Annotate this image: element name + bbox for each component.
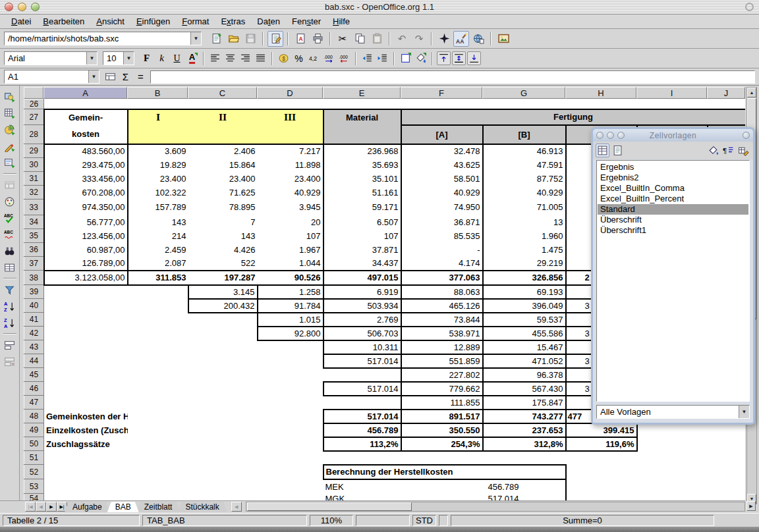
row-header-51[interactable]: 51 (24, 451, 44, 465)
cell-G47[interactable]: 175.847 (483, 396, 566, 410)
row-header-54[interactable]: 54 (24, 494, 44, 501)
font-size-value[interactable]: 10 (103, 53, 123, 63)
cell-B54[interactable] (128, 494, 188, 501)
row-header-28[interactable]: 28 (24, 125, 44, 144)
cell-D54[interactable] (258, 494, 323, 501)
cell-E41[interactable]: 2.769 (323, 313, 401, 327)
cell-D31[interactable]: 23.400 (258, 172, 323, 186)
style-filter-value[interactable]: Alle Vorlagen (597, 407, 739, 417)
cell-G45[interactable]: 96.378 (483, 368, 566, 382)
sheet-tab-stckkalk[interactable]: Stückkalk (177, 502, 227, 512)
cell-G48[interactable]: 743.277 (483, 410, 566, 423)
cell-D35[interactable]: 107 (258, 229, 323, 243)
column-header-I[interactable]: I (636, 87, 707, 99)
cell-H53[interactable] (566, 479, 637, 494)
style-item-standard[interactable]: Standard (598, 204, 748, 215)
cell-C49[interactable] (188, 423, 258, 437)
cell-B35[interactable]: 214 (128, 229, 188, 243)
cell-B42[interactable] (128, 327, 188, 340)
autoformat-icon[interactable] (2, 177, 18, 193)
cell-E52[interactable]: Berechnung der Herstellkosten (323, 465, 566, 479)
cell-F44[interactable]: 551.859 (401, 354, 483, 368)
scroll-tabs-left-button[interactable]: ◀ (231, 502, 242, 512)
cell-C47[interactable] (188, 396, 258, 410)
row-header-47[interactable]: 47 (24, 396, 44, 410)
cell-I51[interactable] (637, 451, 708, 465)
cell-C42[interactable] (188, 327, 258, 340)
cell-C33[interactable]: 78.895 (188, 200, 258, 215)
cell-B52[interactable] (128, 465, 188, 479)
form-controls-icon[interactable] (2, 155, 18, 171)
cell-J50[interactable] (708, 437, 746, 451)
align-right-icon[interactable] (239, 51, 252, 65)
cell-B36[interactable]: 2.459 (128, 243, 188, 257)
cell-E53[interactable]: MEK (323, 479, 401, 494)
row-header-37[interactable]: 37 (24, 257, 44, 271)
choose-themes-icon[interactable] (2, 194, 18, 209)
cell-J51[interactable] (708, 451, 746, 465)
cell-B50[interactable] (128, 437, 188, 451)
row-header-34[interactable]: 34 (24, 215, 44, 229)
previous-sheet-button[interactable]: ◀ (36, 502, 46, 512)
style-filter-combobox[interactable]: Alle Vorlagen ▼ (596, 405, 750, 419)
cell-G51[interactable] (483, 451, 566, 465)
cell-F28[interactable]: [A] (401, 125, 483, 144)
row-header-29[interactable]: 29 (24, 144, 44, 158)
cell-B43[interactable] (128, 340, 188, 354)
cell-E33[interactable]: 59.171 (323, 200, 401, 215)
cell-A51[interactable] (44, 451, 128, 465)
cell-D33[interactable]: 3.945 (258, 200, 323, 215)
cell-E29[interactable]: 236.968 (323, 144, 401, 158)
column-header-A[interactable]: A (43, 87, 127, 99)
font-size-dropdown-arrow-icon[interactable]: ▼ (123, 52, 134, 65)
first-sheet-button[interactable]: |◀ (25, 502, 36, 512)
font-name-combobox[interactable]: Arial ▼ (4, 51, 98, 65)
cell-H51[interactable] (566, 451, 637, 465)
next-sheet-button[interactable]: ▶ (46, 502, 57, 512)
cell-G34[interactable]: 13 (483, 215, 566, 229)
cell-H54[interactable] (566, 494, 637, 501)
cell-C27[interactable]: II (188, 109, 258, 125)
select-all-corner[interactable] (24, 87, 43, 99)
save-document-icon[interactable] (242, 31, 258, 47)
sort-descending-icon[interactable]: ZA (2, 315, 18, 331)
paste-icon[interactable] (369, 31, 385, 47)
row-header-42[interactable]: 42 (24, 327, 44, 340)
status-range-name[interactable]: TAB_BAB (142, 515, 307, 526)
cell-C32[interactable]: 71.625 (188, 186, 258, 200)
row-header-31[interactable]: 31 (24, 172, 44, 186)
data-sources-icon[interactable] (2, 259, 18, 275)
cell-F39[interactable]: 88.063 (401, 285, 483, 299)
cell-A48[interactable]: Gemeinkosten der Hauptkostenstellen (44, 410, 128, 423)
cell-E50[interactable]: 113,2% (323, 437, 401, 451)
column-header-J[interactable]: J (707, 87, 745, 99)
cell-J53[interactable] (708, 479, 746, 494)
cell-I53[interactable] (637, 479, 708, 494)
align-bottom-icon[interactable] (467, 51, 481, 65)
cell-D27[interactable]: III (258, 109, 323, 125)
status-sum[interactable]: Summe=0 (451, 515, 714, 526)
cell-G39[interactable]: 69.193 (483, 285, 566, 299)
column-header-B[interactable]: B (127, 87, 188, 99)
number-format-percent-icon[interactable]: % (292, 51, 306, 65)
cell-B48[interactable] (128, 410, 188, 423)
cell-H52[interactable] (566, 465, 637, 479)
group-icon[interactable] (2, 337, 18, 353)
cell-C34[interactable]: 7 (188, 215, 258, 229)
url-combobox[interactable]: /home/martinix/shots/bab.sxc ▼ (4, 32, 202, 45)
column-header-H[interactable]: H (565, 87, 636, 99)
cell-A36[interactable]: 60.987,00 (44, 243, 128, 257)
cell-F42[interactable]: 538.971 (401, 327, 483, 340)
cell-D49[interactable] (258, 423, 323, 437)
hyperlink-dialog-icon[interactable] (470, 31, 486, 47)
cell-B29[interactable]: 3.609 (128, 144, 188, 158)
font-color-icon[interactable]: A (185, 51, 199, 65)
cell-A52[interactable] (44, 465, 128, 479)
cell-F27[interactable]: Fertigung (401, 109, 746, 125)
cell-A44[interactable] (44, 354, 128, 368)
menu-daten[interactable]: Daten (251, 16, 286, 27)
cell-E51[interactable] (323, 451, 401, 465)
new-style-from-selection-icon[interactable]: ¶ (721, 144, 735, 157)
cell-G31[interactable]: 87.752 (483, 172, 566, 186)
ungroup-icon[interactable] (2, 354, 18, 369)
